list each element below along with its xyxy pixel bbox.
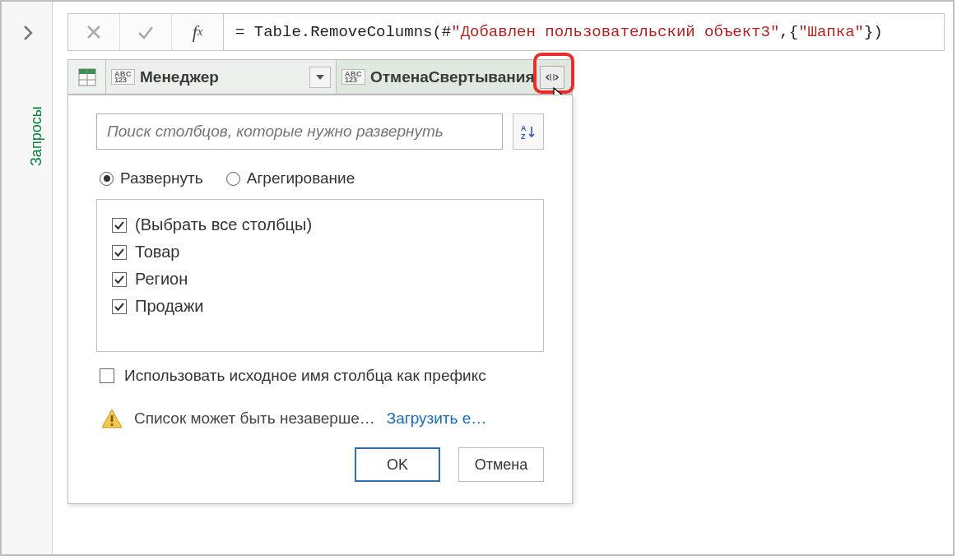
button-row: OK Отмена (96, 447, 544, 482)
svg-text:Z: Z (521, 132, 526, 140)
formula-bar: fx = Table.RemoveColumns(#"Добавлен поль… (67, 13, 945, 51)
type-any-icon: ABC123 (111, 69, 135, 85)
type-any-icon: ABC123 (341, 69, 365, 85)
search-columns-input[interactable] (96, 113, 503, 150)
warning-text: Список может быть незаверше… (134, 410, 375, 428)
checkbox-icon (112, 218, 127, 233)
expand-rail-icon[interactable] (20, 23, 36, 43)
list-item[interactable]: Товар (105, 238, 535, 266)
list-item-select-all[interactable]: (Выбрать все столбцы) (105, 211, 535, 238)
rail-label[interactable]: Запросы (28, 106, 45, 166)
formula-input[interactable]: = Table.RemoveColumns(#"Добавлен пользов… (224, 13, 945, 51)
checkbox-icon (112, 272, 127, 287)
formula-text: }) (864, 23, 883, 41)
radio-aggregate[interactable]: Агрегирование (226, 169, 355, 187)
expand-column-icon[interactable] (540, 66, 564, 89)
svg-text:A: A (521, 124, 527, 132)
commit-formula-icon[interactable] (120, 14, 172, 50)
left-rail: Запросы (2, 2, 53, 554)
mode-radio-group: Развернуть Агрегирование (96, 169, 544, 187)
load-more-link[interactable]: Загрузить е… (387, 410, 487, 428)
formula-text: = Table.RemoveColumns(# (235, 23, 451, 41)
checkbox-icon (112, 299, 127, 314)
grid-header: ABC123 Менеджер ABC123 ОтменаСвертывания (67, 59, 573, 95)
expand-popup: A Z Развернуть Агрегирование (Выбра (67, 95, 573, 504)
checkbox-icon (112, 245, 127, 260)
list-item-label: Товар (135, 243, 179, 261)
radio-label: Агрегирование (247, 169, 355, 187)
formula-controls: fx (67, 13, 224, 51)
warning-icon (101, 408, 123, 429)
radio-icon (100, 172, 114, 186)
radio-expand[interactable]: Развернуть (100, 169, 203, 187)
list-item[interactable]: Регион (105, 266, 535, 293)
table-icon[interactable] (68, 60, 106, 94)
use-prefix-checkbox[interactable]: Использовать исходное имя столбца как пр… (96, 367, 544, 385)
radio-icon (226, 172, 240, 186)
svg-rect-9 (111, 423, 114, 426)
column-header-unpivot[interactable]: ABC123 ОтменаСвертывания (337, 60, 572, 94)
column-label: ОтменаСвертывания (370, 68, 535, 86)
formula-text: ,{ (779, 23, 798, 41)
column-label: Менеджер (140, 68, 304, 86)
cancel-formula-icon[interactable] (68, 14, 120, 50)
columns-list: (Выбрать все столбцы) Товар Регион Прода… (96, 199, 544, 352)
cancel-button[interactable]: Отмена (458, 447, 544, 482)
checkbox-icon (100, 368, 114, 383)
checkbox-label: Использовать исходное имя столбца как пр… (124, 367, 486, 385)
column-header-manager[interactable]: ABC123 Менеджер (106, 60, 337, 94)
list-item-label: Регион (135, 270, 188, 289)
radio-label: Развернуть (120, 169, 203, 187)
filter-dropdown-icon[interactable] (309, 67, 331, 88)
formula-string: "Шапка" (798, 23, 864, 41)
ok-button[interactable]: OK (355, 447, 440, 482)
sort-button[interactable]: A Z (513, 113, 544, 150)
formula-string: "Добавлен пользовательский объект3" (451, 23, 779, 41)
svg-rect-8 (111, 415, 114, 422)
fx-icon[interactable]: fx (172, 14, 223, 50)
list-item-label: Продажи (135, 297, 204, 316)
list-item[interactable]: Продажи (105, 293, 535, 320)
list-item-label: (Выбрать все столбцы) (135, 215, 312, 234)
warning-row: Список может быть незаверше… Загрузить е… (96, 408, 544, 429)
